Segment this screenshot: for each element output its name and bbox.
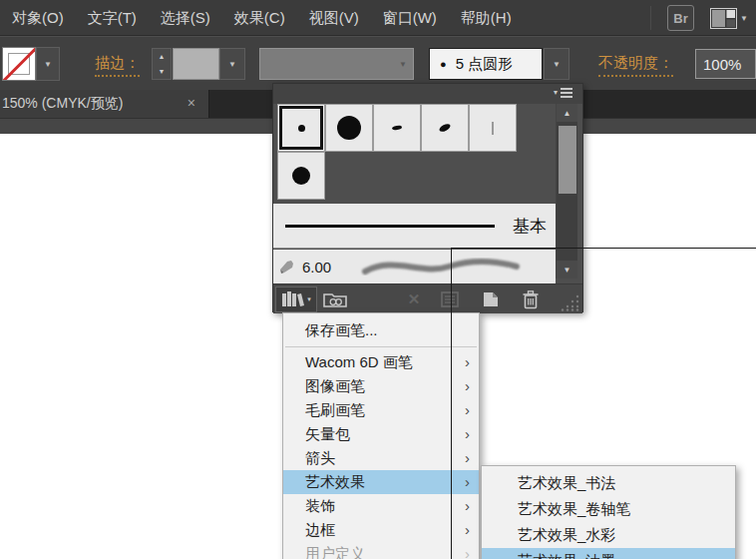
stroke-weight-field[interactable] <box>173 48 219 80</box>
brush-libraries-menu-button[interactable]: ▾ <box>275 286 317 312</box>
panel-toolbar: ▾ ✕ <box>273 283 582 313</box>
options-of-selected-object-button[interactable] <box>437 286 463 312</box>
thin-line-icon <box>492 122 494 135</box>
menu-item-label: Wacom 6D 画笔 <box>305 353 413 370</box>
delete-brush-button[interactable] <box>517 286 545 312</box>
dropdown-arrow-icon: ▼ <box>44 60 52 69</box>
round-brush-dot-icon <box>298 125 305 132</box>
brushes-panel-header[interactable]: ▾ <box>273 84 582 104</box>
remove-brush-stroke-button[interactable]: ✕ <box>401 286 427 312</box>
menu-item-user-defined[interactable]: 用户定义 › <box>283 542 479 559</box>
menu-item-wacom-6d[interactable]: Wacom 6D 画笔 › <box>283 350 479 374</box>
submenu-item-scroll-pen[interactable]: 艺术效果_卷轴笔 <box>482 496 735 522</box>
brush-row-basic[interactable]: 基本 <box>273 204 556 249</box>
scroll-up-icon: ▲ <box>564 109 571 118</box>
submenu-chevron-icon: › <box>465 470 470 494</box>
menu-item-label: 艺术效果_油墨 <box>518 552 615 559</box>
stroke-weight-dropdown-button[interactable]: ▼ <box>219 48 245 80</box>
menu-view[interactable]: 视图(V) <box>297 0 371 36</box>
artboard-object-left-edge <box>451 248 452 559</box>
scroll-up-button[interactable]: ▲ <box>557 104 577 122</box>
stepper-up-icon[interactable]: ▲ <box>153 49 171 64</box>
menu-item-label: 艺术效果_水彩 <box>518 526 615 543</box>
workspace-switcher[interactable]: ▼ <box>710 8 748 29</box>
panel-resize-grip[interactable] <box>561 293 580 311</box>
menu-item-label: 艺术效果_书法 <box>518 474 615 491</box>
menu-help[interactable]: 帮助(H) <box>449 0 524 36</box>
submenu-chevron-icon: › <box>465 350 470 374</box>
menu-item-decorative[interactable]: 装饰 › <box>283 494 479 518</box>
panel-flyout-menu-icon[interactable]: ▾ <box>554 88 572 98</box>
menu-bar: 对象(O) 文字(T) 选择(S) 效果(C) 视图(V) 窗口(W) 帮助(H… <box>0 0 756 36</box>
tab-close-icon[interactable]: × <box>188 96 195 110</box>
opacity-label[interactable]: 不透明度： <box>598 54 673 77</box>
scrollbar-thumb[interactable] <box>559 126 576 194</box>
brush-definition-dropdown-button[interactable]: ▼ <box>544 48 569 80</box>
illustrator-window: 对象(O) 文字(T) 选择(S) 效果(C) 视图(V) 窗口(W) 帮助(H… <box>0 0 756 559</box>
menu-item-vector-pack[interactable]: 矢量包 › <box>283 422 479 446</box>
submenu-item-watercolor[interactable]: 艺术效果_水彩 <box>482 522 735 548</box>
menu-item-bristle-brushes[interactable]: 毛刷画笔 › <box>283 398 479 422</box>
menu-object[interactable]: 对象(O) <box>0 0 76 36</box>
fill-dropdown-button[interactable]: ▼ <box>36 47 60 81</box>
dropdown-arrow-icon: ▼ <box>553 60 561 69</box>
menu-type[interactable]: 文字(T) <box>76 0 149 36</box>
stepper-down-icon[interactable]: ▼ <box>153 64 171 79</box>
menu-effect[interactable]: 效果(C) <box>222 0 297 36</box>
menu-item-label: 边框 <box>305 521 335 538</box>
cc-libraries-button[interactable] <box>319 286 353 312</box>
menu-item-arrows[interactable]: 箭头 › <box>283 446 479 470</box>
basic-stroke-preview <box>285 225 495 228</box>
stroke-weight-stepper[interactable]: ▲ ▼ <box>152 48 172 80</box>
menu-item-label: 艺术效果_卷轴笔 <box>518 500 630 517</box>
menu-item-borders[interactable]: 边框 › <box>283 518 479 542</box>
artboard-object-top-edge <box>451 248 756 249</box>
opacity-field[interactable]: 100% <box>695 49 756 79</box>
library-books-icon <box>281 290 305 308</box>
calligraphic-blob-icon <box>438 123 451 134</box>
scroll-down-button[interactable]: ▼ <box>557 261 577 279</box>
document-tab[interactable]: 150% (CMYK/预览) × <box>0 90 209 118</box>
dropdown-arrow-icon: ▼ <box>399 60 407 69</box>
stroke-label[interactable]: 描边： <box>95 54 140 77</box>
brush-swatch-angled-blob[interactable] <box>421 104 469 152</box>
menu-item-label: 艺术效果 <box>305 473 365 490</box>
fill-none-swatch[interactable] <box>2 47 36 81</box>
brush-row-art-6[interactable]: 6.00 <box>273 250 556 283</box>
brush-dot-icon: ● <box>440 58 447 70</box>
menu-item-image-brushes[interactable]: 图像画笔 › <box>283 374 479 398</box>
basic-row-label: 基本 <box>513 215 547 238</box>
menu-item-label: 装饰 <box>305 497 335 514</box>
menu-select[interactable]: 选择(S) <box>149 0 222 36</box>
menu-item-label: 保存画笔... <box>305 321 378 338</box>
brush-swatch-medium-round[interactable] <box>277 152 325 200</box>
brush-definition-dropdown[interactable]: ● 5 点圆形 <box>429 48 543 80</box>
menu-window[interactable]: 窗口(W) <box>371 0 449 36</box>
bridge-icon[interactable]: Br <box>667 5 694 31</box>
submenu-chevron-icon: › <box>465 494 470 518</box>
trash-icon <box>523 290 539 309</box>
brush-swatch-small-dash[interactable] <box>373 104 421 152</box>
flyout-list-icon <box>561 88 572 98</box>
calligraphic-dash-icon <box>392 125 403 131</box>
menubar-divider <box>650 6 651 30</box>
brush-swatch-large-round[interactable] <box>325 104 373 152</box>
cc-libraries-icon <box>323 290 349 308</box>
flyout-triangle-icon: ▾ <box>554 88 558 98</box>
brush-swatch-5pt-round[interactable] <box>277 104 325 152</box>
workspace-layout-icon <box>710 8 737 29</box>
brush-swatch-vertical-line[interactable] <box>469 104 517 152</box>
brush-stroke-preview-icon <box>359 252 524 281</box>
menu-item-label: 图像画笔 <box>305 377 365 394</box>
menu-item-artistic[interactable]: 艺术效果 › <box>283 470 479 494</box>
submenu-item-calligraphy[interactable]: 艺术效果_书法 <box>482 470 735 496</box>
brush-tube-icon <box>278 258 296 276</box>
submenu-item-ink[interactable]: 艺术效果_油墨 <box>482 548 735 559</box>
panel-scrollbar[interactable]: ▲ ▼ <box>556 104 577 279</box>
variable-width-profile-dropdown[interactable]: ▼ <box>259 48 414 80</box>
submenu-chevron-icon: › <box>465 542 470 559</box>
submenu-chevron-icon: › <box>465 446 470 470</box>
new-brush-button[interactable] <box>477 286 505 312</box>
menu-item-save-brushes[interactable]: 保存画笔... <box>283 316 479 343</box>
workspace-dropdown-arrow-icon: ▼ <box>740 14 748 23</box>
